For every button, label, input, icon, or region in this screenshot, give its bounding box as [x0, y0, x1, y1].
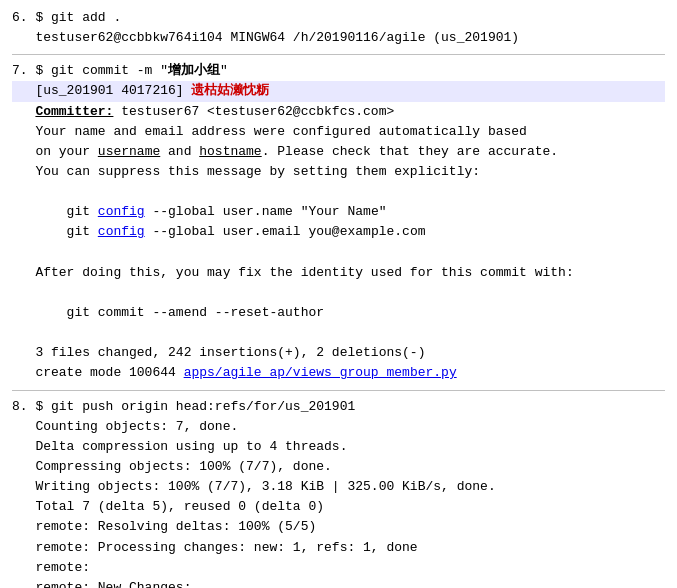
terminal: 6. $ git add . testuser62@ccbbkw764i104 … — [0, 0, 677, 588]
cmd-number-7: 7. — [12, 63, 35, 78]
section7-command: 7. $ git commit -m "增加小组" — [12, 61, 665, 81]
stats-line2: create mode 100644 apps/agile_ap/views_g… — [12, 363, 665, 383]
push-line2: Delta compression using up to 4 threads. — [12, 437, 665, 457]
section-6: 6. $ git add . testuser62@ccbbkw764i104 … — [12, 8, 665, 48]
cmd-number-6: 6. — [12, 10, 35, 25]
config-link1[interactable]: config — [98, 204, 145, 219]
body-blank2 — [12, 243, 665, 263]
committer-line: Committer: testuser67 <testuser62@ccbkfc… — [12, 102, 665, 122]
body-blank1 — [12, 182, 665, 202]
file-link[interactable]: apps/agile_ap/views_group_member.py — [184, 365, 457, 380]
section6-line1: testuser62@ccbbkw764i104 MINGW64 /h/2019… — [12, 28, 665, 48]
body-blank4 — [12, 323, 665, 343]
commit-msg: 增加小组 — [168, 63, 220, 78]
push-line7: remote: Processing changes: new: 1, refs… — [12, 538, 665, 558]
commit-hash-line: [us_201901 4017216] 遗枯姑濑忱粝 — [12, 81, 665, 101]
garbled-text-1: 遗枯姑濑忱粝 — [191, 83, 269, 98]
body-line3: You can suppress this message by setting… — [12, 162, 665, 182]
section8-command: 8. $ git push origin head:refs/for/us_20… — [12, 397, 665, 417]
body-blank3 — [12, 283, 665, 303]
push-line5: Total 7 (delta 5), reused 0 (delta 0) — [12, 497, 665, 517]
username-underline: username — [98, 144, 160, 159]
body-line1: Your name and email address were configu… — [12, 122, 665, 142]
stats-line1: 3 files changed, 242 insertions(+), 2 de… — [12, 343, 665, 363]
amend-line: git commit --amend --reset-author — [12, 303, 665, 323]
push-line3: Compressing objects: 100% (7/7), done. — [12, 457, 665, 477]
hostname-underline: hostname — [199, 144, 261, 159]
after-line: After doing this, you may fix the identi… — [12, 263, 665, 283]
config-link2[interactable]: config — [98, 224, 145, 239]
cmd-number-8: 8. — [12, 399, 35, 414]
divider-7-8 — [12, 390, 665, 391]
cmd-text-7: $ git commit -m " — [35, 63, 168, 78]
config-line1: git config --global user.name "Your Name… — [12, 202, 665, 222]
committer-label: Committer: — [35, 104, 113, 119]
cmd-text-8: $ git push origin head:refs/for/us_20190… — [35, 399, 355, 414]
push-line1: Counting objects: 7, done. — [12, 417, 665, 437]
config-line2: git config --global user.email you@examp… — [12, 222, 665, 242]
push-line8: remote: — [12, 558, 665, 578]
cmd-text-7b: " — [220, 63, 228, 78]
divider-6-7 — [12, 54, 665, 55]
push-line6: remote: Resolving deltas: 100% (5/5) — [12, 517, 665, 537]
section-8: 8. $ git push origin head:refs/for/us_20… — [12, 397, 665, 588]
body-line2: on your username and hostname. Please ch… — [12, 142, 665, 162]
push-line9: remote: New Changes: — [12, 578, 665, 588]
section-7: 7. $ git commit -m "增加小组" [us_201901 401… — [12, 61, 665, 383]
push-line4: Writing objects: 100% (7/7), 3.18 KiB | … — [12, 477, 665, 497]
section6-command: 6. $ git add . — [12, 8, 665, 28]
cmd-prompt-6: $ git add . — [35, 10, 121, 25]
